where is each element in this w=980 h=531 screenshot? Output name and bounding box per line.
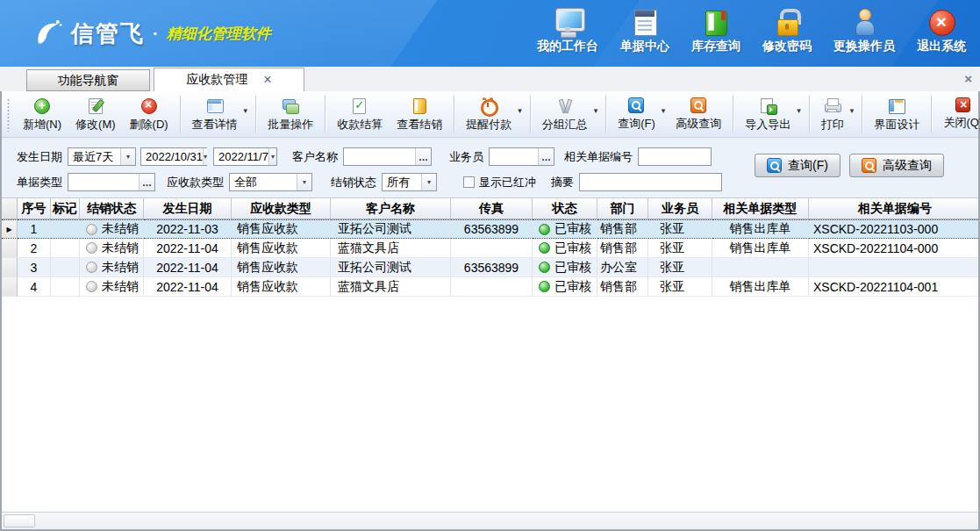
- doc-type-input[interactable]: …: [68, 173, 155, 191]
- table-row[interactable]: ▶1未结销2022-11-03销售应收款亚拓公司测试63563899已审核销售部…: [2, 219, 978, 239]
- cell-salesman: 张亚: [648, 277, 712, 297]
- toolbar-close-button[interactable]: 关闭(Q): [936, 94, 980, 134]
- grid-body: ▶1未结销2022-11-03销售应收款亚拓公司测试63563899已审核销售部…: [2, 219, 978, 297]
- brand-separator: ·: [153, 24, 159, 44]
- column-header-doc_no[interactable]: 相关单据编号: [809, 198, 978, 219]
- alarm-icon: [480, 97, 497, 114]
- tab-receivables[interactable]: 应收款管理 ×: [154, 68, 304, 91]
- table-row[interactable]: 3未结销2022-11-04销售应收款亚拓公司测试63563899已审核办公室张…: [2, 258, 978, 277]
- cell-text: 张亚: [660, 279, 684, 295]
- toolbar-remind-payment-button[interactable]: 提醒付款▾: [459, 94, 526, 134]
- toolbar-view-settle-button[interactable]: 查看结销: [390, 94, 449, 134]
- column-header-status[interactable]: 状态: [533, 198, 597, 219]
- show-red-checkbox[interactable]: [463, 176, 475, 188]
- query-button[interactable]: 查询(F): [755, 154, 841, 177]
- row-selector[interactable]: [2, 258, 18, 277]
- date-from-select[interactable]: 2022/10/31 ▾: [140, 147, 207, 166]
- cell-fax: 63563899: [451, 219, 533, 239]
- table-row[interactable]: 4未结销2022-11-04销售应收款蓝猫文具店已审核销售部张亚销售出库单XSC…: [2, 277, 978, 297]
- column-header-settle[interactable]: 结销状态: [80, 198, 144, 219]
- ellipsis-picker-icon[interactable]: …: [139, 174, 154, 190]
- toolbar-batch-ops-button[interactable]: 批量操作: [261, 94, 320, 134]
- column-header-fax[interactable]: 传真: [451, 198, 533, 219]
- dropdown-caret-icon[interactable]: ▾: [662, 106, 666, 115]
- date-range-select[interactable]: 最近7天 ▾: [68, 147, 136, 166]
- table-row[interactable]: 2未结销2022-11-04销售应收款蓝猫文具店已审核销售部张亚销售出库单XSC…: [2, 239, 978, 258]
- customer-input[interactable]: …: [343, 147, 432, 166]
- cell-status: 已审核: [533, 239, 597, 258]
- row-selector-header: [2, 198, 18, 219]
- row-selector[interactable]: [2, 239, 18, 258]
- cell-text: 蓝猫文具店: [338, 240, 399, 256]
- brand: 信管飞 · 精细化管理软件: [32, 18, 271, 49]
- dropdown-caret-icon[interactable]: ▾: [850, 106, 855, 115]
- filter-row-1: 发生日期 最近7天 ▾ 2022/10/31 ▾ 2022/11/7 ▾ 客户名…: [17, 147, 712, 166]
- header-nav-change-password[interactable]: 修改密码: [762, 9, 812, 54]
- settle-state-select[interactable]: 所有 ▾: [382, 173, 437, 191]
- dropdown-caret-icon[interactable]: ▾: [244, 106, 248, 115]
- column-header-type[interactable]: 应收款类型: [232, 198, 331, 219]
- chevron-down-icon[interactable]: ▾: [297, 174, 311, 190]
- column-header-customer[interactable]: 客户名称: [331, 198, 451, 219]
- toolbar-query-button[interactable]: 查询(F)▾: [611, 94, 669, 134]
- tab-close-icon[interactable]: ×: [263, 73, 271, 87]
- grid-header-row: 序号标记结销状态发生日期应收款类型客户名称传真状态部门业务员相关单据类型相关单据…: [2, 198, 978, 219]
- main-panel: 新增(N)修改(M)删除(D)查看详情▾批量操作收款结算查看结销提醒付款▾分组汇…: [0, 91, 980, 531]
- toolbar-view-detail-button[interactable]: 查看详情▾: [185, 94, 252, 134]
- toolbar-import-export-button[interactable]: 导入导出▾: [738, 94, 805, 134]
- date-to-select[interactable]: 2022/11/7 ▾: [213, 147, 277, 166]
- toolbar-receipt-settle-button[interactable]: 收款结算: [330, 94, 390, 134]
- column-header-label: 结销状态: [87, 201, 136, 217]
- row-selector[interactable]: ▶: [2, 219, 18, 239]
- toolbar-ui-design-button[interactable]: 界面设计: [867, 94, 926, 134]
- column-header-doc_type[interactable]: 相关单据类型: [712, 198, 809, 219]
- ellipsis-picker-icon[interactable]: …: [538, 148, 554, 165]
- monitor-icon: [553, 9, 583, 36]
- toolbar-adv-query-button[interactable]: 高级查询: [669, 94, 728, 134]
- toolbar-button-label: 批量操作: [268, 117, 313, 133]
- cell-fax: 63563899: [451, 258, 533, 277]
- toolbar-items: 新增(N)修改(M)删除(D)查看详情▾批量操作收款结算查看结销提醒付款▾分组汇…: [16, 91, 980, 137]
- dropdown-caret-icon[interactable]: ▾: [518, 106, 522, 115]
- column-header-date[interactable]: 发生日期: [144, 198, 232, 219]
- doc-no-input[interactable]: [638, 147, 712, 166]
- salesman-input[interactable]: …: [489, 147, 554, 166]
- horizontal-scrollbar[interactable]: [2, 512, 978, 529]
- scrollbar-thumb[interactable]: [4, 514, 35, 527]
- column-header-dept[interactable]: 部门: [597, 198, 648, 219]
- chevron-down-icon[interactable]: ▾: [268, 148, 276, 165]
- cell-text: 张亚: [660, 240, 684, 256]
- toolbar-add-button[interactable]: 新增(N): [16, 94, 68, 134]
- unsettled-status-icon: [86, 262, 97, 273]
- toolbar-grip-handle[interactable]: [6, 98, 11, 132]
- header-nav-my-workbench[interactable]: 我的工作台: [537, 9, 598, 54]
- toolbar-group-summary-button[interactable]: 分组汇总▾: [535, 94, 602, 134]
- doc-type-label: 单据类型: [17, 175, 62, 190]
- column-header-salesman[interactable]: 业务员: [648, 198, 712, 219]
- header-nav-inventory-query[interactable]: 库存查询: [691, 9, 740, 54]
- header-nav-exit-system[interactable]: 退出系统: [917, 9, 966, 54]
- header-nav-switch-operator[interactable]: 更换操作员: [833, 9, 895, 54]
- row-selector[interactable]: [2, 277, 18, 297]
- chevron-down-icon[interactable]: ▾: [120, 148, 135, 165]
- toolbar-delete-button[interactable]: 删除(D): [123, 94, 175, 134]
- tabstrip-close-icon[interactable]: ×: [964, 71, 972, 86]
- toolbar-edit-button[interactable]: 修改(M): [68, 94, 123, 134]
- summary-input[interactable]: [579, 173, 722, 191]
- recv-type-select[interactable]: 全部 ▾: [229, 173, 312, 191]
- advanced-query-button[interactable]: 高级查询: [849, 154, 944, 177]
- header-nav-document-center[interactable]: 单据中心: [620, 9, 669, 54]
- cell-salesman: 张亚: [648, 239, 712, 258]
- column-header-mark[interactable]: 标记: [51, 198, 80, 219]
- chevron-down-icon[interactable]: ▾: [421, 174, 436, 190]
- dropdown-caret-icon[interactable]: ▾: [797, 106, 801, 115]
- cell-doc_no: XSCKD-20221103-000: [809, 219, 978, 239]
- column-header-seq[interactable]: 序号: [18, 198, 51, 219]
- chevron-down-icon[interactable]: ▾: [203, 148, 207, 165]
- toolbar-print-button[interactable]: 打印▾: [814, 94, 858, 134]
- dropdown-caret-icon[interactable]: ▾: [594, 106, 598, 115]
- column-header-label: 序号: [22, 201, 46, 217]
- ellipsis-picker-icon[interactable]: …: [415, 148, 431, 165]
- column-header-label: 传真: [479, 201, 504, 217]
- tab-function-nav[interactable]: 功能导航窗: [26, 69, 150, 91]
